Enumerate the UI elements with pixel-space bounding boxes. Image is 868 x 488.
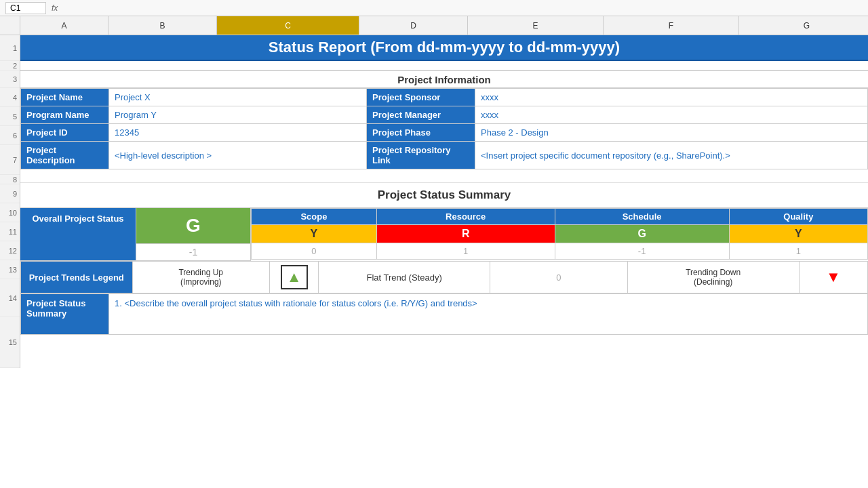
- status-text-row: Project Status Summary 1. <Describe the …: [21, 294, 868, 335]
- row-indicator-header: [0, 16, 20, 35]
- status-text-label: Project Status Summary: [21, 294, 109, 335]
- trending-up-arrow-cell: ▲: [269, 262, 318, 293]
- program-name-label: Program Name: [21, 106, 109, 124]
- scope-status: Y: [252, 225, 377, 243]
- project-id-label: Project ID: [21, 124, 109, 142]
- project-phase-label: Project Phase: [367, 124, 475, 142]
- trending-up-text: Trending Up (Improving): [138, 268, 264, 287]
- flat-trend-num-cell: 0: [490, 262, 627, 293]
- row-num-13: 13: [0, 260, 20, 279]
- row-num-15: 15: [0, 317, 20, 368]
- scope-num: 0: [252, 243, 377, 260]
- quality-status: Y: [729, 225, 867, 243]
- row-numbers: 1 2 3 4 5 6 7 8 9 10 11 12 13 14 15: [0, 35, 20, 368]
- col-header-e[interactable]: E: [468, 16, 604, 35]
- project-desc-label: Project Description: [21, 142, 109, 169]
- program-name-value[interactable]: Program Y: [109, 106, 367, 124]
- project-manager-value[interactable]: xxxx: [475, 106, 868, 124]
- spacer-1: [20, 61, 868, 70]
- col-header-b[interactable]: B: [108, 16, 217, 35]
- row-num-1: 1: [0, 35, 20, 61]
- report-title: Status Report (From dd-mm-yyyy to dd-mm-…: [20, 35, 868, 61]
- flat-trend-text: Flat Trend (Steady): [366, 272, 441, 283]
- spreadsheet-body: 1 2 3 4 5 6 7 8 9 10 11 12 13 14 15 Stat…: [0, 35, 868, 368]
- row-num-2: 2: [0, 61, 20, 70]
- project-sponsor-value[interactable]: xxxx: [475, 89, 868, 106]
- status-summary-label-text: Project Status Summary: [26, 298, 85, 319]
- row-num-9: 9: [0, 184, 20, 203]
- trends-legend-table: Project Trends Legend Trending Up (Impro…: [20, 261, 868, 293]
- project-repo-label: Project Repository Link: [367, 142, 475, 169]
- resource-header: Resource: [376, 209, 555, 225]
- col-header-f[interactable]: F: [604, 16, 739, 35]
- project-desc-value[interactable]: <High-level description >: [109, 142, 367, 169]
- status-grid-nums: 0 1 -1 1: [252, 243, 868, 260]
- formula-bar: fx: [0, 0, 868, 16]
- trending-up-label-cell: Trending Up (Improving): [132, 262, 269, 293]
- col-header-g[interactable]: G: [739, 16, 868, 35]
- column-headers: A B C D E F G: [0, 16, 868, 35]
- trending-up-icon: ▲: [281, 265, 308, 289]
- status-summary-header: Project Status Summary: [20, 183, 868, 208]
- project-sponsor-label: Project Sponsor: [367, 89, 475, 106]
- project-name-row: Project Name Project X Project Sponsor x…: [21, 89, 868, 106]
- row-num-8: 8: [0, 175, 20, 184]
- flat-trend-num: 0: [556, 272, 561, 283]
- spacer-2: [20, 169, 868, 183]
- row-num-12: 12: [0, 241, 20, 260]
- row-num-5: 5: [0, 107, 20, 126]
- col-header-c[interactable]: C: [217, 16, 359, 35]
- resource-status: R: [376, 225, 555, 243]
- project-desc-row: Project Description <High-level descript…: [21, 142, 868, 169]
- col-header-a[interactable]: A: [20, 16, 108, 35]
- fx-label: fx: [52, 3, 58, 13]
- row-num-11: 11: [0, 222, 20, 241]
- status-summary-layout: Overall Project Status G -1 Scope Resour…: [20, 208, 868, 261]
- trending-down-label-cell: Trending Down (Declining): [627, 262, 799, 293]
- project-id-value[interactable]: 12345: [109, 124, 367, 142]
- project-name-label: Project Name: [21, 89, 109, 106]
- row-num-6: 6: [0, 126, 20, 145]
- schedule-header: Schedule: [555, 209, 729, 225]
- trending-down-arrow-cell: ▼: [799, 262, 867, 293]
- resource-num: 1: [376, 243, 555, 260]
- overall-status-num: -1: [136, 243, 250, 261]
- status-grid-headers: Scope Resource Schedule Quality: [252, 209, 868, 225]
- quality-num: 1: [729, 243, 867, 260]
- overall-status-label: Overall Project Status: [20, 208, 136, 261]
- col-header-d[interactable]: D: [359, 16, 468, 35]
- row-num-3: 3: [0, 70, 20, 88]
- overall-status-value: G: [136, 208, 250, 243]
- scope-header: Scope: [252, 209, 377, 225]
- trending-down-text: Trending Down (Declining): [633, 268, 793, 287]
- status-text-table: Project Status Summary 1. <Describe the …: [20, 293, 868, 335]
- project-name-value[interactable]: Project X: [109, 89, 367, 106]
- project-id-row: Project ID 12345 Project Phase Phase 2 -…: [21, 124, 868, 142]
- project-info-header: Project Information: [20, 70, 868, 88]
- project-phase-value[interactable]: Phase 2 - Design: [475, 124, 868, 142]
- program-name-row: Program Name Program Y Project Manager x…: [21, 106, 868, 124]
- flat-trend-label-cell: Flat Trend (Steady): [319, 262, 490, 293]
- row-num-10: 10: [0, 203, 20, 222]
- schedule-num: -1: [555, 243, 729, 260]
- row-num-7: 7: [0, 145, 20, 175]
- schedule-status: G: [555, 225, 729, 243]
- row-num-14: 14: [0, 279, 20, 317]
- status-grid-values: Y R G Y: [252, 225, 868, 243]
- row-num-4: 4: [0, 88, 20, 107]
- status-text-value[interactable]: 1. <Describe the overall project status …: [109, 294, 868, 335]
- project-manager-label: Project Manager: [367, 106, 475, 124]
- trending-down-icon: ▼: [826, 268, 841, 286]
- quality-header: Quality: [729, 209, 867, 225]
- overall-status-block: Overall Project Status G -1: [20, 208, 251, 261]
- status-grid: Scope Resource Schedule Quality Y R G Y …: [251, 208, 868, 261]
- project-info-table: Project Name Project X Project Sponsor x…: [20, 88, 868, 169]
- cell-name-box[interactable]: [5, 2, 46, 14]
- project-repo-value[interactable]: <Insert project specific document reposi…: [475, 142, 868, 169]
- trends-legend-label: Project Trends Legend: [21, 262, 133, 293]
- trends-legend-row: Project Trends Legend Trending Up (Impro…: [21, 262, 868, 293]
- content-area: Status Report (From dd-mm-yyyy to dd-mm-…: [20, 35, 868, 368]
